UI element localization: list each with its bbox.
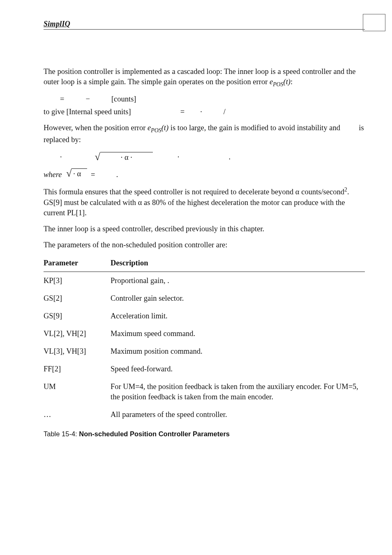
equation-1: = − [counts] (60, 94, 365, 104)
cell-desc: For UM=4, the position feedback is taken… (111, 378, 365, 406)
sqrt-icon: √ (95, 150, 100, 164)
paragraph-2: However, when the position error ePOS(t)… (44, 123, 365, 145)
table-row: VL[2], VH[2] Maximum speed command. (44, 325, 365, 343)
table-row: KP[3] Proportional gain, . (44, 272, 365, 290)
caption-bold: Non-scheduled Position Controller Parame… (79, 430, 230, 438)
cell-desc: Acceleration limit. (111, 307, 365, 325)
equation-4: where √ · α = . (44, 167, 365, 180)
p3a: This formula ensures that the speed cont… (44, 188, 344, 196)
eq3-radicand: · α · (100, 152, 153, 163)
eq2-slash: / (224, 107, 226, 117)
eq1-units: [counts] (111, 94, 136, 104)
header: SimplIQ (44, 20, 365, 28)
brand-title: SimplIQ (44, 20, 70, 28)
eq3-dot1: · (60, 152, 62, 162)
cell-desc: Proportional gain, . (111, 272, 365, 290)
caption-pre: Table 15-4: (44, 430, 79, 438)
p2-sub: POS (151, 127, 161, 134)
equation-2-row: to give [Internal speed units] = · / (44, 107, 365, 117)
cell-desc: All parameters of the speed controller. (111, 406, 365, 424)
th-parameter: Parameter (44, 256, 111, 272)
eq3-dot3: . (228, 152, 231, 162)
p1-text: The position controller is implemented a… (44, 67, 355, 86)
p1-sub: POS (273, 81, 283, 88)
eq4-pre: where (44, 170, 62, 179)
paragraph-4: The inner loop is a speed controller, de… (44, 224, 365, 234)
page-number-box (363, 14, 385, 31)
table-row: GS[2] Controller gain selector. (44, 290, 365, 307)
p2a: However, when the position error (44, 124, 148, 132)
cell-param: GS[2] (44, 290, 111, 307)
eq4-radicand: · α (71, 168, 87, 179)
th-description: Description (111, 256, 365, 272)
cell-param: UM (44, 378, 111, 406)
cell-param: KP[3] (44, 272, 111, 290)
p2-arg: (t) (161, 124, 168, 132)
header-divider (44, 29, 365, 30)
cell-param: VL[2], VH[2] (44, 325, 111, 343)
table-row: … All parameters of the speed controller… (44, 406, 365, 424)
cell-desc: Maximum position command. (111, 343, 365, 360)
eq3-sqrt: √ · α · (95, 151, 153, 164)
eq4-sqrt: √ · α (66, 167, 87, 180)
cell-param: … (44, 406, 111, 424)
content: The position controller is implemented a… (44, 67, 365, 438)
cell-desc: Speed feed-forward. (111, 360, 365, 378)
eq2-pre: to give [Internal speed units] (44, 107, 131, 117)
cell-param: GS[9] (44, 307, 111, 325)
p1-arg: (t) (284, 78, 291, 86)
p1-tail: : (291, 78, 293, 86)
eq2-dot: · (200, 107, 202, 117)
eq1-minus: − (85, 94, 90, 104)
p2b: is too large, the gain is modified to av… (168, 124, 342, 132)
cell-desc: Controller gain selector. (111, 290, 365, 307)
table-caption: Table 15-4: Non-scheduled Position Contr… (44, 429, 365, 438)
cell-param: VL[3], VH[3] (44, 343, 111, 360)
sqrt-icon-2: √ (66, 167, 71, 180)
cell-desc: Maximum speed command. (111, 325, 365, 343)
p1-var: e (270, 78, 273, 86)
cell-param: FF[2] (44, 360, 111, 378)
eq2-eq: = (180, 107, 184, 117)
parameter-table: Parameter Description KP[3] Proportional… (44, 256, 365, 424)
eq1-eq: = (60, 94, 64, 104)
p3-sup: 2 (344, 187, 347, 193)
table-row: GS[9] Acceleration limit. (44, 307, 365, 325)
table-row: UM For UM=4, the position feedback is ta… (44, 378, 365, 406)
paragraph-3: This formula ensures that the speed cont… (44, 186, 365, 218)
table-row: VL[3], VH[3] Maximum position command. (44, 343, 365, 360)
paragraph-intro: The position controller is implemented a… (44, 67, 365, 88)
eq3-dot2: · (178, 152, 180, 162)
eq4-tail: . (116, 170, 118, 179)
eq4-eq: = (91, 170, 95, 179)
table-row: FF[2] Speed feed-forward. (44, 360, 365, 378)
paragraph-5: The parameters of the non-scheduled posi… (44, 240, 365, 250)
equation-3: · √ · α · · . (60, 151, 365, 164)
